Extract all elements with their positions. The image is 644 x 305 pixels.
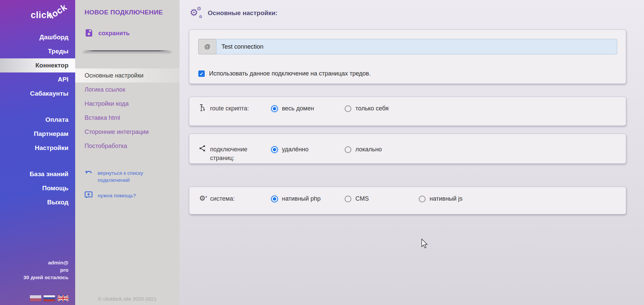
back-to-connections-link[interactable]: вернуться к списку подключений <box>85 169 151 184</box>
copyright-footer: © clicklock.site 2020-2021 <box>75 296 180 302</box>
system-option-card: ⚙✦ система: нативный phpCMSнативный js <box>189 187 626 214</box>
thread-usage-row: Использовать данное подключение на стран… <box>198 70 371 77</box>
radio-option-label: локально <box>355 146 382 153</box>
main-content: ⚙⚙⚙ Основные настройки: @ Использовать д… <box>180 0 644 305</box>
connection-panel: НОВОЕ ПОДКЛЮЧЕНИЕ сохранить Основные нас… <box>75 0 180 305</box>
share-nodes-icon <box>198 145 206 162</box>
panel-menu-item-link-logic[interactable]: Логика ссылок <box>75 83 180 97</box>
russia-flag[interactable] <box>44 295 55 301</box>
save-button[interactable]: сохранить <box>85 28 130 39</box>
account-email: admin@ <box>23 259 68 266</box>
sidebar-item-payment[interactable]: Оплата <box>0 113 75 127</box>
sidebar-group: ОплатаПартнерамНастройки <box>0 113 75 155</box>
panel-menu-item-postprocessing[interactable]: Постобработка <box>75 139 180 153</box>
language-switcher <box>30 295 69 301</box>
need-help-link[interactable]: нужна помощь? <box>85 191 136 200</box>
page-connection-label: подключение страниц: <box>210 145 270 162</box>
page-connection-option-card: подключение страниц: удалённолокально <box>189 134 626 164</box>
sidebar-item-partners[interactable]: Партнерам <box>0 127 75 141</box>
radio-option[interactable]: локально <box>345 146 382 153</box>
radio-option[interactable]: нативный php <box>271 195 320 202</box>
page-heading: ⚙⚙⚙ Основные настройки: <box>190 7 278 19</box>
radio-selected-icon[interactable] <box>271 146 278 153</box>
poland-flag[interactable] <box>30 295 41 301</box>
gears-icon: ⚙⚙⚙ <box>190 7 202 19</box>
connection-name-card: @ Использовать данное подключение на стр… <box>189 30 626 84</box>
panel-menu-item-code-settings[interactable]: Настройки кода <box>75 97 180 111</box>
account-info: admin@ pro 30 дней осталось <box>23 259 68 281</box>
sidebar-item-threads[interactable]: Треды <box>0 44 75 58</box>
at-sign-prefix: @ <box>198 39 216 54</box>
route-option-label: route скрипта: <box>210 104 249 113</box>
panel-menu-item-integrations[interactable]: Сторонние интеграции <box>75 125 180 139</box>
sidebar-item-connector[interactable]: Коннектор <box>0 58 75 72</box>
save-button-label: сохранить <box>98 30 130 37</box>
radio-option-label: нативный php <box>282 195 320 202</box>
thread-usage-checkbox[interactable] <box>198 70 205 77</box>
route-icon <box>198 104 206 113</box>
sidebar-item-logout[interactable]: Выход <box>0 195 75 209</box>
radio-option[interactable]: только себя <box>345 105 389 112</box>
route-option-card: route скрипта: весь доментолько себя <box>189 97 626 126</box>
panel-menu-item-general[interactable]: Основные настройки <box>75 68 180 83</box>
help-link-label: нужна помощь? <box>98 193 136 199</box>
uk-flag[interactable] <box>57 295 69 301</box>
sidebar-menu: ДашбордТредыКоннекторAPIСабакаунтыОплата… <box>0 30 75 209</box>
sidebar-item-api[interactable]: API <box>0 72 75 87</box>
account-plan: pro <box>23 266 68 274</box>
account-days-left: 30 дней осталось <box>23 274 68 281</box>
panel-divider <box>83 50 171 51</box>
sidebar-item-knowledge-base[interactable]: База знаний <box>0 167 75 181</box>
radio-unselected-icon[interactable] <box>345 196 351 202</box>
radio-option-label: только себя <box>355 105 389 112</box>
radio-option-label: CMS <box>355 195 369 202</box>
system-label-group: ⚙✦ система: <box>198 194 270 203</box>
panel-menu-item-html-insert[interactable]: Вставка html <box>75 111 180 125</box>
system-label: система: <box>210 194 235 203</box>
route-option-label-group: route скрипта: <box>198 104 270 113</box>
radio-unselected-icon[interactable] <box>345 146 351 153</box>
radio-option[interactable]: CMS <box>345 195 369 202</box>
chat-plus-icon <box>85 191 93 200</box>
radio-selected-icon[interactable] <box>271 105 278 112</box>
undo-arrow-icon <box>85 169 93 184</box>
connection-name-group: @ <box>198 39 617 54</box>
sidebar-group: ДашбордТредыКоннекторAPIСабакаунты <box>0 30 75 101</box>
radio-unselected-icon[interactable] <box>345 105 351 112</box>
back-link-label: вернуться к списку подключений <box>98 169 151 184</box>
connection-name-input[interactable] <box>216 39 617 54</box>
sidebar-item-dashboard[interactable]: Дашборд <box>0 30 75 44</box>
radio-option-label: удалённо <box>282 146 308 153</box>
panel-title: НОВОЕ ПОДКЛЮЧЕНИЕ <box>85 9 163 16</box>
page-heading-label: Основные настройки: <box>208 9 278 17</box>
radio-option[interactable]: удалённо <box>271 146 308 153</box>
radio-unselected-icon[interactable] <box>419 196 426 202</box>
page-connection-label-group: подключение страниц: <box>198 145 270 162</box>
radio-option-label: весь домен <box>282 105 314 112</box>
radio-option-label: нативный js <box>430 195 462 202</box>
radio-option[interactable]: весь домен <box>271 105 314 112</box>
sidebar-item-settings[interactable]: Настройки <box>0 141 75 155</box>
radio-selected-icon[interactable] <box>271 196 278 202</box>
sidebar-item-help[interactable]: Помощь <box>0 181 75 195</box>
sidebar-item-subaccounts[interactable]: Сабакаунты <box>0 87 75 101</box>
thread-usage-label: Использовать данное подключение на стран… <box>209 70 371 77</box>
radio-option[interactable]: нативный js <box>419 195 462 202</box>
sidebar-group: База знанийПомощьВыход <box>0 167 75 209</box>
panel-menu: Основные настройкиЛогика ссылокНастройки… <box>75 68 180 153</box>
floppy-disk-icon <box>85 28 93 39</box>
sidebar: click lock ДашбордТредыКоннекторAPIСабак… <box>0 0 75 305</box>
gear-icon: ⚙✦ <box>198 194 206 203</box>
